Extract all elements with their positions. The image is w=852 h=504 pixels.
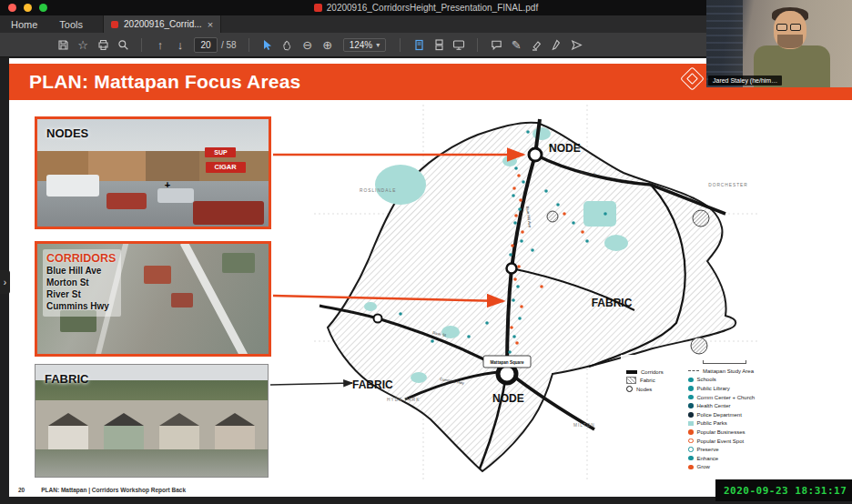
region-milton: MILTON xyxy=(573,423,595,428)
hand-tool-icon[interactable] xyxy=(278,36,298,53)
fabric-photo-yard xyxy=(36,449,268,477)
legend-item: Preserve xyxy=(688,445,843,454)
legend-item-label: Public Library xyxy=(697,386,730,391)
aerial-red-roofs xyxy=(144,266,171,284)
page-number-input[interactable]: 20 xyxy=(194,37,218,53)
sidebar-expand-button[interactable]: › xyxy=(0,270,10,294)
red-car xyxy=(106,193,147,209)
comment-icon[interactable] xyxy=(486,36,506,53)
aerial-red-roofs-2 xyxy=(171,293,193,307)
search-icon[interactable] xyxy=(113,36,133,53)
map-fabric-right-label: FABRIC xyxy=(592,297,633,309)
legend-swatch-dot xyxy=(688,378,694,383)
sign-tool-icon[interactable] xyxy=(546,36,566,53)
webcam-tile[interactable]: Jared Staley (he/him… xyxy=(706,0,852,87)
fabric-photo-houses xyxy=(36,400,268,449)
legend-item-label: Popular Businesses xyxy=(697,429,746,435)
legend-swatch-circle xyxy=(626,386,633,392)
tab-close-icon[interactable]: × xyxy=(208,19,213,30)
legend-item-label: Enhance xyxy=(697,456,719,461)
corridors-text-panel: CORRIDORS Blue Hill AveMorton StRiver St… xyxy=(43,249,121,317)
silver-car xyxy=(157,188,194,203)
corridors-label: CORRIDORS xyxy=(46,252,116,265)
house xyxy=(48,413,88,449)
corridor-street: Cummins Hwy xyxy=(46,300,116,312)
window-blinds xyxy=(706,0,743,87)
tab-home[interactable]: Home xyxy=(0,15,48,33)
zoom-window-button[interactable] xyxy=(39,4,47,12)
page-total-label: / 58 xyxy=(221,40,237,50)
tab-document[interactable]: 20200916_Corrid... × xyxy=(103,15,221,33)
save-icon[interactable] xyxy=(53,36,73,53)
nodes-photo-box: NODES SUP CIGAR + xyxy=(35,116,271,229)
legend-item-label: Mattapan Study Area xyxy=(703,368,754,374)
slide-footer-text: PLAN: Mattapan | Corridors Workshop Repo… xyxy=(41,487,186,493)
legend-item-label: Public Parks xyxy=(697,420,727,426)
agency-logo-icon xyxy=(680,66,705,91)
single-page-view-icon[interactable] xyxy=(409,36,429,53)
legend-item-label: Police Department xyxy=(697,412,742,418)
slide-page-number: 20 xyxy=(18,487,25,493)
node-mid-circle xyxy=(507,264,517,274)
screen: 20200916_CorridorsHeight_Presentation_FI… xyxy=(0,0,852,504)
node-top-circle xyxy=(529,148,542,161)
legend-swatch-dot xyxy=(688,395,694,400)
legend-item: Comm Center + Church xyxy=(688,393,843,402)
house xyxy=(104,413,144,449)
legend-primary-column: CorridorsFabricNodes xyxy=(626,358,679,471)
legend-swatch-dot xyxy=(688,429,694,435)
legend-item: Grow xyxy=(688,463,843,472)
scrolling-view-icon[interactable] xyxy=(429,36,449,53)
legend-item-label: Comm Center + Church xyxy=(697,395,756,400)
pencil-icon[interactable]: ✎ xyxy=(506,36,526,53)
pdf-app-icon xyxy=(314,4,322,12)
legend-item: Public Library xyxy=(688,384,843,393)
legend-item: Fabric xyxy=(626,377,679,386)
person-beard xyxy=(777,35,803,48)
zoom-level-value: 124% xyxy=(350,40,373,50)
select-tool-icon[interactable] xyxy=(258,36,278,53)
corridor-street: Morton St xyxy=(46,277,116,288)
legend-item: Popular Businesses xyxy=(688,428,843,437)
highlighter-icon[interactable] xyxy=(526,36,546,53)
map-legend: CorridorsFabricNodes Mattapan Study Area… xyxy=(621,355,847,477)
legend-swatch-dot xyxy=(688,456,694,461)
nodes-label: NODES xyxy=(46,126,88,140)
legend-item: Enhance xyxy=(688,454,843,463)
tab-tools[interactable]: Tools xyxy=(48,15,94,33)
legend-item-label: Schools xyxy=(697,377,716,382)
house xyxy=(159,413,199,449)
tab-document-title: 20200916_Corrid... xyxy=(124,19,202,29)
house xyxy=(215,413,255,449)
legend-swatch-dot xyxy=(688,403,694,408)
zoom-out-icon[interactable]: ⊖ xyxy=(298,36,318,53)
previous-page-icon[interactable]: ↑ xyxy=(150,36,170,53)
legend-item-label: Health Center xyxy=(697,403,731,408)
next-page-icon[interactable]: ↓ xyxy=(170,36,190,53)
legend-item-label: Corridors xyxy=(641,369,664,375)
corridors-street-list: Blue Hill AveMorton StRiver StCummins Hw… xyxy=(46,265,116,312)
star-icon[interactable]: ☆ xyxy=(73,36,93,53)
mattapan-square-label: Mattapan Square xyxy=(490,360,523,365)
legend-item: Police Department xyxy=(688,410,843,419)
close-window-button[interactable] xyxy=(8,4,16,12)
person-glasses xyxy=(776,24,804,31)
zoom-level-select[interactable]: 124% ▾ xyxy=(343,38,387,52)
storefront-sign-top: SUP xyxy=(205,147,236,157)
minimize-window-button[interactable] xyxy=(24,4,32,12)
participant-name: Jared Staley (he/him… xyxy=(708,76,782,86)
scale-bar xyxy=(703,360,746,364)
map-node-bottom-label: NODE xyxy=(492,392,524,405)
chevron-down-icon: ▾ xyxy=(376,41,380,49)
legend-item-label: Preserve xyxy=(697,447,719,452)
presentation-mode-icon[interactable] xyxy=(449,36,469,53)
legend-item: Public Parks xyxy=(688,419,843,428)
slide-title: PLAN: Mattapan Focus Areas xyxy=(29,71,300,93)
legend-swatch-line xyxy=(626,370,637,374)
legend-item-label: Nodes xyxy=(636,387,652,392)
zoom-in-icon[interactable]: ⊕ xyxy=(318,36,338,53)
print-icon[interactable] xyxy=(93,36,113,53)
legend-item: Mattapan Study Area xyxy=(688,367,843,376)
legend-swatch-square xyxy=(688,421,694,427)
share-icon[interactable] xyxy=(566,36,586,53)
